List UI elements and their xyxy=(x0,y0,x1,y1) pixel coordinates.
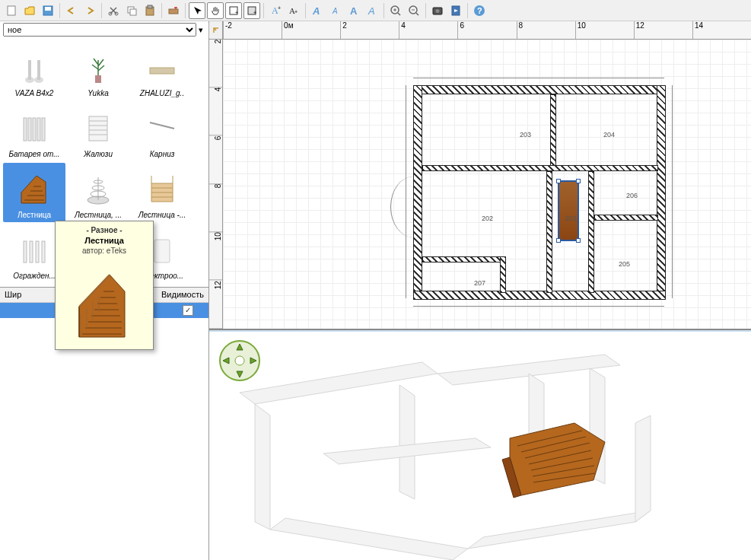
catalog-item-label: Карниз xyxy=(134,150,190,158)
chevron-down-icon[interactable]: ▾ xyxy=(196,25,205,35)
3d-view[interactable] xyxy=(209,330,751,560)
blinds2-icon xyxy=(79,109,117,147)
svg-rect-39 xyxy=(37,118,40,141)
wall xyxy=(657,85,666,298)
photo-icon[interactable] xyxy=(429,2,446,19)
catalog-item-label: Лестница, ... xyxy=(70,211,126,219)
svg-rect-67 xyxy=(154,240,170,262)
tooltip-preview xyxy=(60,261,148,345)
svg-point-25 xyxy=(436,9,440,13)
plan-view[interactable]: -20м2468101214 24681012 xyxy=(209,21,751,330)
catalog-item-blinds[interactable]: ZHALUZI_g.. xyxy=(131,41,193,100)
catalog-item-curtain-rod[interactable]: Карниз xyxy=(131,102,193,161)
stairs-object[interactable] xyxy=(558,180,579,241)
cut-icon[interactable] xyxy=(105,2,122,19)
catalog-item-radiator[interactable]: Батарея от... xyxy=(3,102,65,161)
text-italic-icon[interactable]: A xyxy=(364,2,380,19)
text-increase-icon[interactable]: A xyxy=(309,2,326,19)
vertical-ruler: 24681012 xyxy=(209,40,223,329)
ruler-tick: 10 xyxy=(575,21,634,39)
catalog-item-label: Огражден... xyxy=(6,272,62,280)
catalog-item-label: Жалюзи xyxy=(70,150,126,158)
ruler-tick: 12 xyxy=(209,281,222,329)
catalog-item-label: ZHALUZI_g.. xyxy=(134,89,190,97)
save-icon[interactable] xyxy=(40,2,56,19)
tooltip-author: автор: eTeks xyxy=(60,247,148,255)
svg-text:?: ? xyxy=(477,6,482,15)
ruler-tick: -2 xyxy=(223,21,282,39)
pan-tool-icon[interactable] xyxy=(207,2,224,19)
undo-icon[interactable] xyxy=(63,2,80,19)
create-rooms-icon[interactable]: + xyxy=(243,2,260,19)
svg-rect-37 xyxy=(28,118,31,141)
wall xyxy=(546,171,552,293)
stairs-icon xyxy=(15,170,53,208)
toolbar-separator xyxy=(467,3,468,18)
room-label: 206 xyxy=(626,192,638,199)
svg-marker-73 xyxy=(270,518,468,560)
toolbar-separator xyxy=(263,3,264,18)
visibility-checkbox[interactable]: ✓ xyxy=(183,305,193,316)
svg-rect-64 xyxy=(36,241,39,262)
catalog-item-label: VAZA B4x2 xyxy=(6,89,62,97)
svg-rect-41 xyxy=(89,116,107,141)
svg-marker-72 xyxy=(255,404,270,530)
svg-marker-75 xyxy=(399,385,415,499)
catalog-item-plant[interactable]: Yukka xyxy=(67,41,129,100)
text-bold-icon[interactable]: A xyxy=(345,2,362,19)
ruler-tick: 14 xyxy=(692,21,751,39)
svg-rect-40 xyxy=(42,118,45,141)
category-bar: ное ▾ xyxy=(0,21,208,38)
svg-marker-80 xyxy=(510,423,605,495)
category-select[interactable]: ное xyxy=(3,23,196,37)
column-visibility-label: Видимость xyxy=(161,290,204,299)
svg-rect-2 xyxy=(45,7,51,11)
paste-icon[interactable] xyxy=(142,2,158,19)
video-icon[interactable] xyxy=(447,2,464,19)
catalog-item-stairs[interactable]: Лестница xyxy=(3,163,65,222)
wall xyxy=(413,85,664,94)
new-file-icon[interactable] xyxy=(3,2,20,19)
svg-rect-30 xyxy=(28,60,31,80)
svg-rect-9 xyxy=(169,9,178,14)
svg-text:A: A xyxy=(368,5,375,17)
ruler-tick: 8 xyxy=(209,184,222,232)
open-file-icon[interactable] xyxy=(21,2,38,19)
catalog-item-blinds2[interactable]: Жалюзи xyxy=(67,102,129,161)
redo-icon[interactable] xyxy=(81,2,98,19)
svg-marker-74 xyxy=(468,511,651,549)
wall xyxy=(588,171,594,293)
horizontal-ruler: -20м2468101214 xyxy=(223,21,751,40)
zoom-in-icon[interactable] xyxy=(387,2,404,19)
catalog-item-vase[interactable]: VAZA B4x2 xyxy=(3,41,65,100)
toolbar-separator xyxy=(185,3,186,18)
text-style-icon[interactable]: A+ xyxy=(285,2,302,19)
plan-canvas[interactable]: 203204202201206205207 xyxy=(223,40,751,329)
ruler-tick: 4 xyxy=(209,88,222,135)
room-label: 207 xyxy=(474,279,485,287)
zoom-out-icon[interactable] xyxy=(406,2,422,19)
main-toolbar: + + A+ A+ A A A A ? xyxy=(0,0,751,21)
ruler-tick: 6 xyxy=(457,21,516,39)
plant-icon xyxy=(79,48,117,86)
catalog-item-stairs2[interactable]: Лестница -... xyxy=(131,163,193,222)
create-walls-icon[interactable]: + xyxy=(225,2,242,19)
text-tool-icon[interactable]: A+ xyxy=(267,2,284,19)
add-furniture-icon[interactable] xyxy=(165,2,182,19)
svg-rect-62 xyxy=(24,241,27,262)
curtain-rod-icon xyxy=(143,109,181,147)
catalog-item-spiral-stairs[interactable]: Лестница, ... xyxy=(67,163,129,222)
svg-rect-6 xyxy=(130,9,136,15)
wall xyxy=(550,94,556,170)
tooltip-name: Лестница xyxy=(60,236,148,245)
wall xyxy=(422,256,506,262)
copy-icon[interactable] xyxy=(123,2,140,19)
tooltip-category: - Разное - xyxy=(60,226,148,234)
help-icon[interactable]: ? xyxy=(471,2,488,19)
select-tool-icon[interactable] xyxy=(189,2,205,19)
catalog-item-label: Yukka xyxy=(70,89,126,97)
svg-text:+: + xyxy=(235,10,238,15)
text-decrease-icon[interactable]: A xyxy=(327,2,344,19)
ruler-tick: 4 xyxy=(399,21,457,39)
ruler-tick: 2 xyxy=(209,40,222,88)
